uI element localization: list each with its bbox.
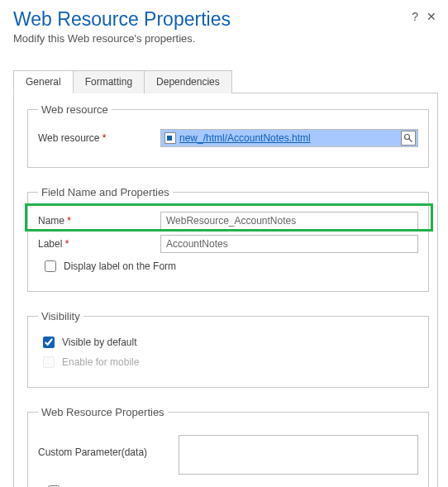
tab-dependencies[interactable]: Dependencies: [145, 70, 232, 93]
svg-point-0: [405, 135, 410, 140]
close-icon[interactable]: ✕: [427, 10, 436, 23]
dialog-title: Web Resource Properties: [13, 8, 435, 31]
tab-formatting[interactable]: Formatting: [74, 70, 145, 93]
legend-visibility: Visibility: [38, 310, 83, 322]
group-wr-properties: Web Resource Properties Custom Parameter…: [27, 406, 429, 487]
enable-mobile-checkbox: [43, 356, 55, 368]
visible-default-checkbox[interactable]: [43, 337, 55, 348]
name-input[interactable]: [160, 212, 418, 230]
tab-panel-general: Web resource Web resource * new_/html/Ac…: [13, 93, 438, 487]
display-label-checkbox[interactable]: [45, 260, 56, 272]
label-name: Name *: [38, 215, 160, 227]
label-custom-param: Custom Parameter(data): [38, 435, 179, 458]
tab-general[interactable]: General: [13, 70, 74, 93]
dialog-subtitle: Modify this Web resource's properties.: [13, 32, 435, 45]
label-input[interactable]: [160, 235, 418, 253]
group-visibility: Visibility Visible by default Enable for…: [27, 310, 429, 388]
web-resource-value[interactable]: new_/html/AccountNotes.html: [179, 132, 401, 144]
svg-line-1: [409, 139, 412, 142]
tab-strip: General Formatting Dependencies: [13, 69, 448, 93]
label-web-resource: Web resource *: [38, 132, 160, 144]
legend-field-name: Field Name and Properties: [38, 186, 173, 198]
display-label-text[interactable]: Display label on the Form: [64, 260, 176, 272]
group-web-resource: Web resource Web resource * new_/html/Ac…: [27, 103, 429, 168]
visible-default-text[interactable]: Visible by default: [62, 337, 137, 348]
enable-mobile-text: Enable for mobile: [62, 356, 139, 368]
lookup-search-icon[interactable]: [401, 131, 416, 146]
web-resource-lookup[interactable]: new_/html/AccountNotes.html: [160, 129, 418, 147]
legend-wr-properties: Web Resource Properties: [38, 406, 168, 418]
help-icon[interactable]: ?: [412, 10, 418, 23]
label-label: Label *: [38, 238, 160, 250]
file-icon: [164, 132, 176, 144]
custom-param-input[interactable]: [179, 435, 418, 475]
group-field-name: Field Name and Properties Name * Label *…: [27, 186, 429, 292]
legend-web-resource: Web resource: [38, 103, 112, 116]
